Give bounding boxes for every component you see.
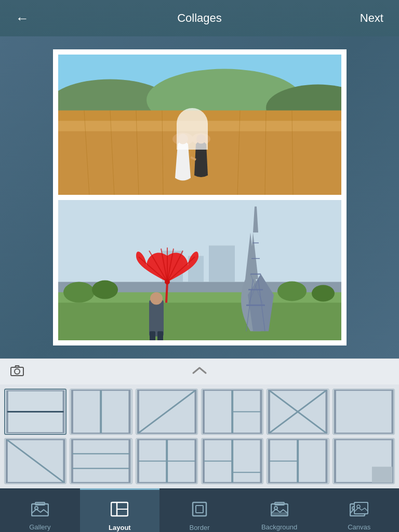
layout-item-four-grid[interactable] — [136, 438, 198, 484]
svg-rect-66 — [335, 390, 392, 433]
layout-item-gray-block[interactable] — [332, 438, 395, 484]
layout-icon — [111, 501, 128, 521]
nav-label-background: Background — [261, 523, 297, 531]
nav-label-canvas: Canvas — [348, 523, 370, 531]
canvas-icon — [350, 502, 368, 520]
layout-item-diagonal-r[interactable] — [4, 438, 66, 484]
collage-photo-top[interactable] — [58, 55, 341, 195]
layout-item-three-row[interactable] — [70, 438, 132, 484]
nav-item-canvas[interactable]: Canvas — [319, 488, 399, 532]
background-icon — [271, 502, 288, 520]
svg-point-28 — [277, 281, 307, 301]
layout-item-single[interactable] — [332, 389, 395, 435]
svg-point-17 — [192, 134, 210, 145]
svg-point-29 — [312, 285, 335, 301]
back-button[interactable]: ← — [10, 5, 34, 32]
svg-rect-98 — [354, 502, 368, 514]
border-icon — [192, 501, 207, 521]
layout-item-two-row[interactable] — [4, 389, 66, 435]
nav-item-gallery[interactable]: Gallery — [0, 488, 80, 532]
layout-item-diagonal[interactable] — [136, 389, 198, 435]
page-title: Collages — [177, 11, 222, 25]
collage-photo-bottom[interactable] — [58, 200, 341, 340]
layout-grid — [0, 384, 399, 488]
svg-rect-95 — [271, 512, 288, 516]
svg-point-51 — [165, 279, 170, 284]
nav-label-layout: Layout — [109, 524, 131, 531]
svg-line-43 — [166, 282, 167, 302]
header: ← Collages Next — [0, 0, 399, 36]
canvas-area — [0, 36, 399, 358]
collage-frame — [53, 49, 347, 345]
nav-item-layout[interactable]: Layout — [80, 488, 160, 532]
svg-rect-25 — [58, 302, 341, 340]
svg-point-15 — [172, 133, 193, 145]
camera-button[interactable] — [10, 365, 24, 379]
svg-point-27 — [92, 280, 118, 299]
bottom-nav: Gallery Layout Border — [0, 488, 399, 532]
layout-item-two-right[interactable] — [267, 438, 329, 484]
svg-point-53 — [15, 369, 20, 374]
chevron-up-icon[interactable] — [192, 365, 207, 378]
svg-rect-39 — [149, 300, 164, 336]
collage-gap — [58, 195, 341, 200]
toolbar-strip — [0, 358, 399, 384]
svg-point-16 — [178, 134, 188, 144]
layout-item-step[interactable] — [201, 438, 263, 484]
svg-rect-83 — [372, 467, 392, 482]
nav-label-border: Border — [189, 524, 209, 531]
svg-point-40 — [150, 292, 163, 304]
nav-item-background[interactable]: Background — [240, 488, 320, 532]
layout-item-three-left[interactable] — [201, 389, 263, 435]
wedding-photo — [58, 55, 341, 195]
next-button[interactable]: Next — [355, 6, 389, 30]
svg-rect-90 — [193, 502, 206, 516]
svg-rect-23 — [209, 245, 235, 282]
svg-rect-91 — [196, 506, 203, 513]
svg-rect-42 — [157, 331, 163, 340]
svg-rect-69 — [72, 440, 129, 483]
svg-rect-84 — [32, 504, 48, 516]
svg-point-18 — [196, 135, 206, 144]
layout-item-two-col[interactable] — [70, 389, 132, 435]
nav-label-gallery: Gallery — [29, 523, 50, 531]
nav-item-border[interactable]: Border — [159, 488, 240, 532]
layout-item-corner-x[interactable] — [267, 389, 329, 435]
gallery-icon — [31, 502, 49, 520]
svg-point-26 — [63, 282, 95, 302]
svg-rect-41 — [150, 331, 155, 340]
